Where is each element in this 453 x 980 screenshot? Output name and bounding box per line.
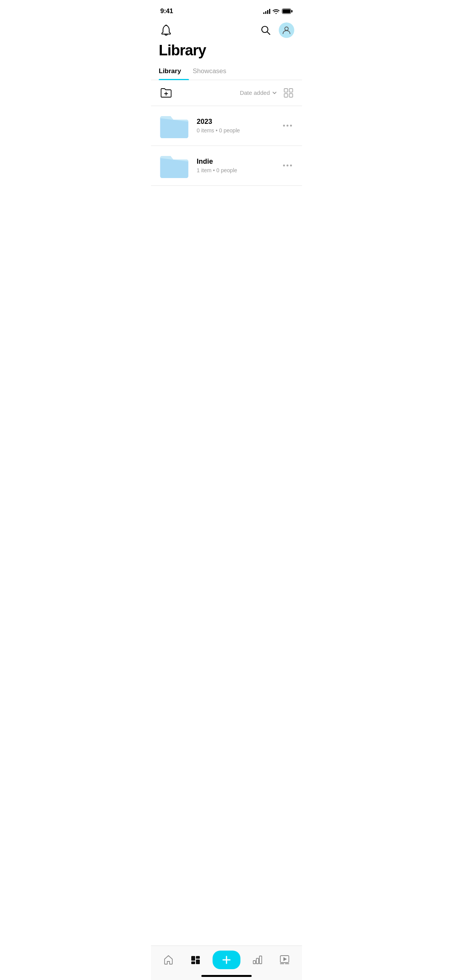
svg-rect-2 <box>283 9 290 13</box>
folder-shape <box>159 113 190 139</box>
folder-meta: 1 item • 0 people <box>197 167 280 173</box>
folder-info-indie: Indie 1 item • 0 people <box>197 158 280 173</box>
svg-rect-14 <box>289 94 293 97</box>
more-options-button-2023[interactable] <box>280 119 294 133</box>
grid-icon <box>283 88 293 98</box>
wifi-icon <box>273 9 280 14</box>
grid-view-button[interactable] <box>283 87 294 99</box>
avatar-button[interactable] <box>279 22 294 38</box>
svg-point-6 <box>285 27 288 31</box>
signal-icon <box>263 9 270 14</box>
more-dots-icon <box>283 164 292 166</box>
new-folder-button[interactable] <box>159 86 173 100</box>
folder-info-2023: 2023 0 items • 0 people <box>197 118 280 134</box>
avatar-icon <box>281 25 292 35</box>
status-icons <box>263 9 293 14</box>
tab-library[interactable]: Library <box>159 63 189 80</box>
chevron-down-icon <box>272 90 277 96</box>
page-title: Library <box>159 43 294 59</box>
sort-label: Date added <box>240 89 270 96</box>
more-dots-icon <box>283 125 292 127</box>
folder-icon-2023 <box>159 112 190 139</box>
more-options-button-indie[interactable] <box>280 159 294 173</box>
search-icon <box>261 25 271 35</box>
svg-line-5 <box>267 32 270 34</box>
header <box>151 19 302 41</box>
folder-meta: 0 items • 0 people <box>197 127 280 134</box>
folder-icon-indie <box>159 152 190 179</box>
folder-name: Indie <box>197 158 280 166</box>
toolbar-right: Date added <box>240 87 294 99</box>
tabs-container: Library Showcases <box>151 63 302 80</box>
notification-button[interactable] <box>159 23 173 38</box>
sort-button[interactable]: Date added <box>240 89 277 96</box>
status-time: 9:41 <box>160 7 173 15</box>
svg-rect-1 <box>292 10 293 12</box>
header-actions <box>259 22 294 38</box>
bell-icon <box>161 24 172 36</box>
svg-point-7 <box>285 31 286 31</box>
toolbar: Date added <box>151 80 302 106</box>
battery-icon <box>282 9 293 14</box>
tab-showcases[interactable]: Showcases <box>193 63 234 80</box>
new-folder-icon <box>160 86 173 99</box>
status-bar: 9:41 <box>151 0 302 19</box>
svg-point-8 <box>288 31 288 31</box>
folder-shape <box>159 152 190 179</box>
svg-rect-12 <box>289 89 293 92</box>
folder-name: 2023 <box>197 118 280 126</box>
svg-rect-11 <box>284 89 288 92</box>
folder-item[interactable]: Indie 1 item • 0 people <box>151 146 302 186</box>
svg-rect-13 <box>284 94 288 97</box>
folder-item[interactable]: 2023 0 items • 0 people <box>151 106 302 146</box>
page-title-section: Library <box>151 41 302 63</box>
folder-list: 2023 0 items • 0 people Indie 1 item • 0… <box>151 106 302 186</box>
svg-point-3 <box>166 25 167 26</box>
search-button[interactable] <box>259 23 273 37</box>
